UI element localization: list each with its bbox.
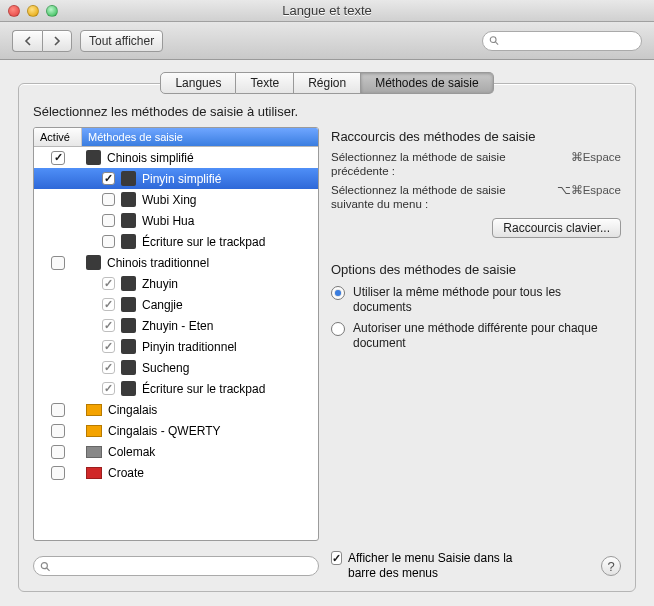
list-item-child[interactable]: Pinyin traditionnel	[34, 336, 318, 357]
back-button[interactable]	[12, 30, 42, 52]
list-item[interactable]: Chinois simplifié	[34, 147, 318, 168]
col-active-header[interactable]: Activé	[34, 128, 82, 146]
sub-enable-checkbox[interactable]	[102, 319, 115, 332]
flag-icon	[86, 404, 102, 416]
sub-enable-checkbox[interactable]	[102, 298, 115, 311]
window-title: Langue et texte	[0, 3, 654, 18]
sub-enable-checkbox[interactable]	[102, 214, 115, 227]
show-input-menu-label: Afficher le menu Saisie dans la barre de…	[348, 551, 541, 581]
ime-icon	[121, 171, 136, 186]
enable-checkbox[interactable]	[51, 151, 65, 165]
shortcuts-heading: Raccourcis des méthodes de saisie	[331, 129, 621, 144]
list-item[interactable]: Colemak	[34, 441, 318, 462]
panel-subtitle: Sélectionnez les méthodes de saisie à ut…	[33, 104, 621, 119]
help-button[interactable]: ?	[601, 556, 621, 576]
show-all-button[interactable]: Tout afficher	[80, 30, 163, 52]
list-item-label: Chinois simplifié	[107, 151, 194, 165]
list-item-child[interactable]: Sucheng	[34, 357, 318, 378]
toolbar: Tout afficher	[0, 22, 654, 60]
list-item-label: Colemak	[108, 445, 155, 459]
col-method-header[interactable]: Méthodes de saisie	[82, 128, 318, 146]
ime-icon	[121, 192, 136, 207]
sub-enable-checkbox[interactable]	[102, 193, 115, 206]
enable-checkbox[interactable]	[51, 445, 65, 459]
ime-icon	[86, 150, 101, 165]
show-input-menu-checkbox[interactable]: Afficher le menu Saisie dans la barre de…	[331, 551, 541, 581]
svg-point-0	[490, 37, 496, 43]
sub-enable-checkbox[interactable]	[102, 361, 115, 374]
chevron-right-icon	[52, 36, 62, 46]
option-diff-method-label: Autoriser une méthode différente pour ch…	[353, 321, 621, 351]
ime-icon	[86, 255, 101, 270]
ime-icon	[121, 234, 136, 249]
settings-panel: Sélectionnez les méthodes de saisie à ut…	[18, 83, 636, 592]
search-icon	[40, 561, 50, 572]
list-item[interactable]: Cingalais	[34, 399, 318, 420]
list-item-child[interactable]: Zhuyin	[34, 273, 318, 294]
list-item-label: Cingalais - QWERTY	[108, 424, 220, 438]
sub-enable-checkbox[interactable]	[102, 382, 115, 395]
sub-enable-checkbox[interactable]	[102, 172, 115, 185]
svg-line-1	[496, 42, 498, 44]
list-item-label: Sucheng	[142, 361, 189, 375]
panel-footer: Afficher le menu Saisie dans la barre de…	[33, 551, 621, 581]
enable-checkbox[interactable]	[51, 466, 65, 480]
list-item-label: Zhuyin - Eten	[142, 319, 213, 333]
list-rows[interactable]: Chinois simplifiéPinyin simplifiéWubi Xi…	[34, 147, 318, 540]
list-item-child[interactable]: Écriture sur le trackpad	[34, 231, 318, 252]
list-filter-search[interactable]	[33, 556, 319, 576]
list-item-child[interactable]: Écriture sur le trackpad	[34, 378, 318, 399]
list-item-child[interactable]: Wubi Hua	[34, 210, 318, 231]
option-same-method[interactable]: Utiliser la même méthode pour tous les d…	[331, 285, 621, 315]
input-methods-list: Activé Méthodes de saisie Chinois simpli…	[33, 127, 319, 541]
options-heading: Options des méthodes de saisie	[331, 262, 621, 277]
list-item-label: Chinois traditionnel	[107, 256, 209, 270]
ime-icon	[121, 213, 136, 228]
list-item-label: Écriture sur le trackpad	[142, 382, 265, 396]
list-item-label: Zhuyin	[142, 277, 178, 291]
sub-enable-checkbox[interactable]	[102, 277, 115, 290]
prev-shortcut-label: Sélectionnez la méthode de saisie précéd…	[331, 150, 563, 179]
radio-icon	[331, 322, 345, 336]
toolbar-search-input[interactable]	[503, 35, 635, 47]
option-diff-method[interactable]: Autoriser une méthode différente pour ch…	[331, 321, 621, 351]
list-item-label: Wubi Hua	[142, 214, 194, 228]
list-item-label: Pinyin simplifié	[142, 172, 221, 186]
tab-1[interactable]: Texte	[236, 72, 294, 94]
list-filter-input[interactable]	[54, 560, 312, 572]
list-item-child[interactable]: Zhuyin - Eten	[34, 315, 318, 336]
list-item-child[interactable]: Pinyin simplifié	[34, 168, 318, 189]
tab-2[interactable]: Région	[294, 72, 361, 94]
ime-icon	[121, 318, 136, 333]
list-item[interactable]: Croate	[34, 462, 318, 483]
chevron-left-icon	[23, 36, 33, 46]
list-item-label: Wubi Xing	[142, 193, 196, 207]
list-item-child[interactable]: Cangjie	[34, 294, 318, 315]
enable-checkbox[interactable]	[51, 256, 65, 270]
tabs: LanguesTexteRégionMéthodes de saisie	[18, 72, 636, 94]
search-icon	[489, 35, 499, 46]
radio-icon	[331, 286, 345, 300]
option-same-method-label: Utiliser la même méthode pour tous les d…	[353, 285, 621, 315]
ime-icon	[121, 339, 136, 354]
forward-button[interactable]	[42, 30, 72, 52]
enable-checkbox[interactable]	[51, 403, 65, 417]
list-item[interactable]: Chinois traditionnel	[34, 252, 318, 273]
list-item[interactable]: Cingalais - QWERTY	[34, 420, 318, 441]
tab-0[interactable]: Langues	[160, 72, 236, 94]
enable-checkbox[interactable]	[51, 424, 65, 438]
ime-icon	[121, 381, 136, 396]
sub-enable-checkbox[interactable]	[102, 235, 115, 248]
ime-icon	[121, 276, 136, 291]
svg-point-2	[41, 562, 47, 568]
ime-icon	[121, 360, 136, 375]
list-item-label: Cangjie	[142, 298, 183, 312]
sub-enable-checkbox[interactable]	[102, 340, 115, 353]
list-item-child[interactable]: Wubi Xing	[34, 189, 318, 210]
keyboard-shortcuts-button[interactable]: Raccourcis clavier...	[492, 218, 621, 238]
tab-3[interactable]: Méthodes de saisie	[361, 72, 493, 94]
list-item-label: Écriture sur le trackpad	[142, 235, 265, 249]
title-bar: Langue et texte	[0, 0, 654, 22]
toolbar-search[interactable]	[482, 31, 642, 51]
next-shortcut-keys: ⌥⌘Espace	[549, 183, 621, 197]
